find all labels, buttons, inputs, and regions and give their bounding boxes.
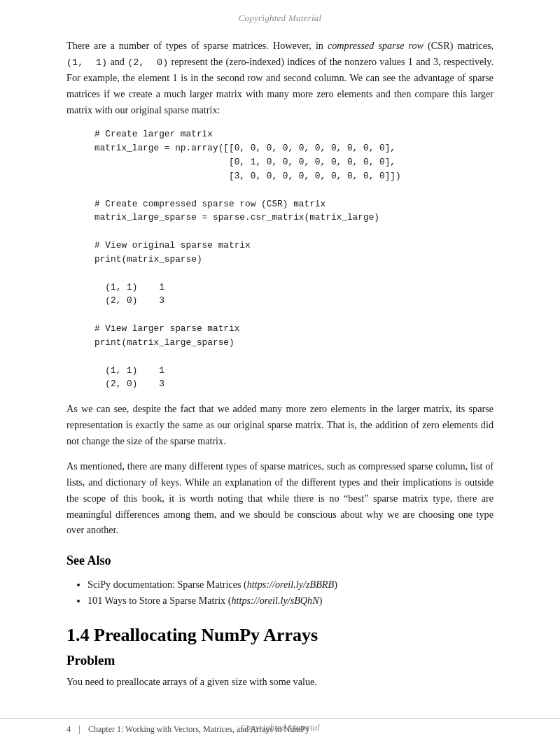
page-container: Copyrighted Material There are a number … xyxy=(0,0,560,734)
after-code-paragraph-1: As we can see, despite the fact that we … xyxy=(66,401,493,449)
code-block-1: # Create larger matrix matrix_large = np… xyxy=(94,127,493,391)
watermark-top: Copyrighted Material xyxy=(0,0,560,31)
see-also-heading: See Also xyxy=(66,553,493,568)
page-bottom: 4 | Chapter 1: Working with Vectors, Mat… xyxy=(0,718,560,734)
bullet-2-link[interactable]: https://oreil.ly/sBQhN xyxy=(231,595,318,606)
problem-text: You need to preallocate arrays of a give… xyxy=(66,674,493,690)
italic-text: compressed sparse row xyxy=(328,40,424,51)
bullet-2-pre: 101 Ways to Store a Sparse Matrix ( xyxy=(88,595,231,606)
inline-code-1: (1, 1) xyxy=(66,57,107,68)
content-area: There are a number of types of sparse ma… xyxy=(0,31,560,734)
see-also-list: SciPy documentation: Sparse Matrices (ht… xyxy=(80,577,493,609)
list-item-1: SciPy documentation: Sparse Matrices (ht… xyxy=(88,577,493,593)
after-code-paragraph-2: As mentioned, there are many different t… xyxy=(66,458,493,538)
chapter-heading: 1.4 Preallocating NumPy Arrays xyxy=(66,625,493,646)
inline-code-2: (2, 0) xyxy=(127,57,168,68)
page-number: 4 xyxy=(66,724,71,734)
footer-area: 4 | Chapter 1: Working with Vectors, Mat… xyxy=(0,718,560,734)
footer-separator: | xyxy=(78,724,80,734)
bullet-1-pre: SciPy documentation: Sparse Matrices ( xyxy=(88,579,247,590)
bullet-1-link[interactable]: https://oreil.ly/zBBRB xyxy=(247,579,334,590)
footer-left: 4 | Chapter 1: Working with Vectors, Mat… xyxy=(66,724,493,734)
intro-paragraph: There are a number of types of sparse ma… xyxy=(66,38,493,118)
footer-chapter-text: Chapter 1: Working with Vectors, Matrice… xyxy=(88,724,309,734)
problem-heading: Problem xyxy=(66,653,493,668)
list-item-2: 101 Ways to Store a Sparse Matrix (https… xyxy=(88,593,493,609)
bullet-1-post: ) xyxy=(334,579,337,590)
bullet-2-post: ) xyxy=(319,595,323,606)
